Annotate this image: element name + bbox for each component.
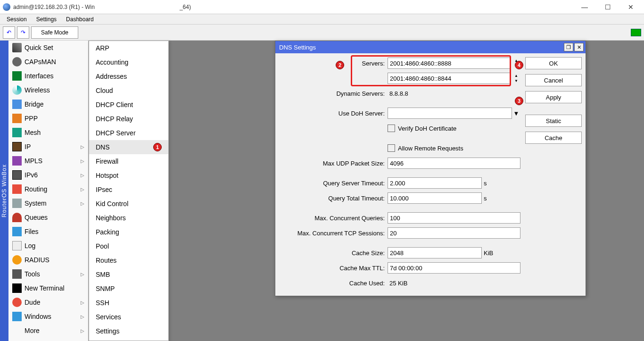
sidebar-item-ip[interactable]: IP▷ [8, 140, 88, 154]
sidebar-item-mpls[interactable]: MPLS▷ [8, 154, 88, 168]
static-button[interactable]: Static [525, 115, 582, 127]
input-max-udp[interactable] [388, 158, 520, 169]
ok-button[interactable]: OK [525, 57, 582, 69]
sidebar-item-system[interactable]: System▷ [8, 196, 88, 210]
sidebar-item-more[interactable]: More▷ [8, 324, 88, 338]
checkbox-allow-remote[interactable] [388, 144, 395, 152]
submenu-item-ipsec[interactable]: IPsec [89, 183, 168, 197]
checkbox-verify-doh[interactable] [388, 125, 395, 132]
unit-s-2: s [482, 195, 494, 202]
redo-button[interactable]: ↷ [17, 26, 29, 39]
input-q-total-timeout[interactable] [388, 192, 482, 204]
sidebar-item-dude[interactable]: Dude▷ [8, 295, 88, 309]
window-arch: _64) [180, 4, 191, 10]
dns-settings-window: DNS Settings ❐ ✕ Servers: ▲▼ ▲▼ D [275, 41, 586, 296]
submenu-item-ssh[interactable]: SSH [89, 296, 168, 310]
submenu-item-pool[interactable]: Pool [89, 239, 168, 253]
window-controls: — ☐ ✕ [578, 3, 641, 11]
value-cache-used: 25 KiB [388, 277, 520, 289]
label-allow-remote: Allow Remote Requests [398, 145, 463, 152]
input-max-conc-q[interactable] [388, 212, 520, 224]
chevron-right-icon: ▷ [81, 144, 84, 150]
sidebar-item-interfaces[interactable]: Interfaces [8, 69, 88, 83]
submenu-item-kidcontrol[interactable]: Kid Control [89, 197, 168, 211]
workspace: RouterOS WinBox Quick Set CAPsMAN Interf… [0, 41, 644, 341]
submenu-item-snmp[interactable]: SNMP [89, 282, 168, 296]
safe-mode-button[interactable]: Safe Mode [31, 26, 78, 39]
input-use-doh[interactable] [388, 108, 512, 119]
label-max-udp: Max UDP Packet Size: [279, 160, 388, 167]
dropdown-doh-arrow[interactable]: ▼ [512, 110, 520, 117]
input-max-conc-tcp[interactable] [388, 227, 520, 239]
sidebar-item-routing[interactable]: Routing▷ [8, 182, 88, 196]
menu-settings[interactable]: Settings [32, 15, 61, 24]
menu-dashboard[interactable]: Dashboard [61, 15, 99, 24]
sidebar-item-newterminal[interactable]: New Terminal [8, 281, 88, 295]
chevron-right-icon: ▷ [81, 314, 84, 319]
dns-close-button[interactable]: ✕ [574, 43, 584, 51]
label-q-server-timeout: Query Server Timeout: [279, 180, 388, 187]
annotation-badge-1: 1 [153, 143, 162, 151]
input-server-2[interactable] [388, 73, 511, 84]
label-use-doh: Use DoH Server: [279, 110, 388, 117]
submenu-item-firewall[interactable]: Firewall [89, 154, 168, 168]
cache-button[interactable]: Cache [525, 132, 582, 144]
sidebar-item-ppp[interactable]: PPP [8, 111, 88, 125]
submenu-item-routes[interactable]: Routes [89, 253, 168, 267]
submenu-item-accounting[interactable]: Accounting [89, 55, 168, 69]
close-button[interactable]: ✕ [625, 3, 636, 11]
menu-session[interactable]: Session [2, 15, 32, 24]
submenu-item-dns[interactable]: DNS 1 [89, 140, 168, 154]
label-servers: Servers: [279, 60, 388, 67]
chevron-right-icon: ▷ [81, 158, 84, 164]
cancel-button[interactable]: Cancel [525, 74, 582, 86]
input-cache-ttl[interactable] [388, 262, 520, 274]
sidebar-item-files[interactable]: Files [8, 225, 88, 239]
maximize-button[interactable]: ☐ [602, 3, 614, 11]
window-titlebar: admin@192.168.20.3 (R1) - Win _64) — ☐ ✕ [0, 0, 644, 14]
sidebar-item-quickset[interactable]: Quick Set [8, 41, 88, 55]
minimize-button[interactable]: — [578, 3, 591, 11]
sidebar-item-log[interactable]: Log [8, 239, 88, 253]
sidebar-item-tools[interactable]: Tools▷ [8, 267, 88, 281]
sidebar-item-radius[interactable]: RADIUS [8, 253, 88, 267]
chevron-right-icon: ▷ [81, 201, 84, 206]
submenu-item-dhcp-relay[interactable]: DHCP Relay [89, 112, 168, 126]
sidebar-item-capsman[interactable]: CAPsMAN [8, 55, 88, 69]
submenu-item-neighbors[interactable]: Neighbors [89, 211, 168, 225]
app-icon [3, 3, 10, 11]
label-cache-ttl: Cache Max TTL: [279, 265, 388, 272]
sidebar: Quick Set CAPsMAN Interfaces Wireless Br… [8, 41, 89, 341]
label-cache-size: Cache Size: [279, 250, 388, 257]
label-max-conc-tcp: Max. Concurrent TCP Sessions: [279, 230, 388, 237]
sidebar-item-bridge[interactable]: Bridge [8, 97, 88, 111]
submenu-item-dhcp-server[interactable]: DHCP Server [89, 126, 168, 140]
submenu-item-packing[interactable]: Packing [89, 225, 168, 239]
submenu-item-socks[interactable]: Socks [89, 338, 168, 341]
vertical-label: RouterOS WinBox [0, 41, 8, 341]
dns-restore-button[interactable]: ❐ [564, 43, 573, 51]
input-server-1[interactable] [388, 58, 511, 69]
sidebar-item-ipv6[interactable]: IPv6▷ [8, 168, 88, 182]
sidebar-item-queues[interactable]: Queues [8, 210, 88, 225]
sidebar-item-mesh[interactable]: Mesh [8, 125, 88, 140]
submenu-item-cloud[interactable]: Cloud [89, 83, 168, 98]
sidebar-item-wireless[interactable]: Wireless [8, 83, 88, 97]
apply-button[interactable]: Apply [525, 91, 582, 103]
undo-button[interactable]: ↶ [3, 26, 15, 39]
chevron-right-icon: ▷ [81, 300, 84, 305]
submenu-item-hotspot[interactable]: Hotspot [89, 168, 168, 183]
dns-window-titlebar[interactable]: DNS Settings ❐ ✕ [275, 41, 586, 53]
submenu-item-dhcp-client[interactable]: DHCP Client [89, 98, 168, 112]
submenu-item-arp[interactable]: ARP [89, 41, 168, 55]
spinner-server-2[interactable]: ▲▼ [512, 73, 520, 83]
submenu-item-services[interactable]: Services [89, 310, 168, 324]
sidebar-item-windows[interactable]: Windows▷ [8, 309, 88, 324]
submenu-item-smb[interactable]: SMB [89, 267, 168, 282]
label-q-total-timeout: Query Total Timeout: [279, 195, 388, 202]
submenu-item-addresses[interactable]: Addresses [89, 69, 168, 83]
input-q-server-timeout[interactable] [388, 177, 482, 189]
submenu-item-settings[interactable]: Settings [89, 324, 168, 338]
label-verify-doh: Verify DoH Certificate [398, 125, 456, 132]
input-cache-size[interactable] [388, 247, 482, 258]
